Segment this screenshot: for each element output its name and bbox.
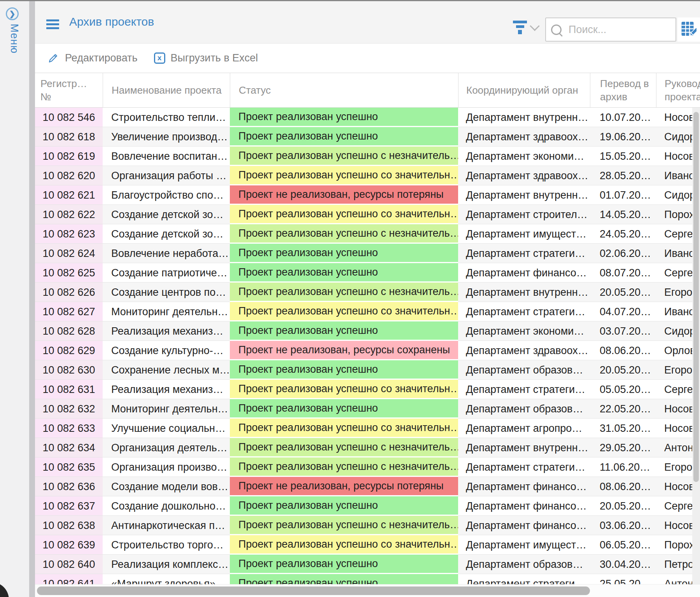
coordinating-body-cell: Департамент внутренн… [458, 185, 590, 205]
archive-date-cell: 20.05.20… [590, 283, 656, 302]
table-row[interactable]: 10 082 619 Вовлечение воспитан… Проект р… [35, 147, 700, 166]
excel-icon [154, 52, 165, 64]
coordinating-body-cell: Департамент образов… [458, 360, 590, 380]
archive-date-cell: 11.06.20… [590, 457, 656, 477]
coordinating-body-cell: Департамент стратеги… [458, 574, 590, 585]
project-name-cell: Сохранение лесных м… [103, 360, 230, 380]
table-row[interactable]: 10 082 628 Реализация механиз… Проект ре… [35, 321, 700, 341]
project-name-cell: Улучшение социальн… [103, 419, 230, 438]
column-header-coord[interactable]: Координирующий орган [458, 73, 590, 107]
project-name-cell: Вовлечение воспитан… [103, 147, 230, 166]
project-name-cell: Создание центров по… [103, 283, 230, 302]
filter-icon[interactable] [513, 21, 527, 34]
chevron-down-icon[interactable] [530, 21, 539, 31]
project-name-cell: Строительство торго… [103, 535, 230, 555]
table-row[interactable]: 10 082 639 Строительство торго… Проект р… [35, 535, 700, 555]
column-header-name[interactable]: Наименование проекта [103, 73, 230, 107]
hamburger-menu-icon[interactable] [46, 19, 59, 31]
reg-number-cell: 10 082 641 [35, 574, 103, 585]
vertical-scrollbar-thumb[interactable] [693, 112, 699, 482]
column-header-archive-date[interactable]: Перевод в архив [590, 73, 656, 107]
archive-date-cell: 20.05.20… [590, 496, 656, 516]
status-badge: Проект реализован успешно со значительн… [230, 535, 458, 553]
table-row[interactable]: 10 082 631 Реализация механиз… Проект ре… [35, 380, 700, 399]
table-row[interactable]: 10 082 626 Создание центров по… Проект р… [35, 283, 700, 302]
top-bar: Архив проектов [35, 1, 700, 44]
coordinating-body-cell: Департамент финансо… [458, 516, 590, 535]
export-excel-button[interactable]: Выгрузить в Excel [154, 52, 258, 64]
edit-button-label: Редактировать [65, 52, 138, 64]
left-rail: Меню [0, 1, 29, 597]
status-badge: Проект реализован успешно [230, 108, 458, 126]
table-row[interactable]: 10 082 641 «Маршрут здоровья» Проект реа… [35, 574, 700, 585]
archive-date-cell: 24.05.20… [590, 224, 656, 244]
column-header-leader[interactable]: Руководитель проекта [656, 73, 700, 107]
table-settings-button[interactable] [677, 17, 700, 42]
table-row[interactable]: 10 082 637 Создание дошкольно… Проект ре… [35, 496, 700, 516]
archive-date-cell: 22.05.20… [590, 399, 656, 419]
status-badge: Проект реализован успешно с незначитель… [230, 283, 458, 301]
table-row[interactable]: 10 082 636 Создание модели вов… Проект н… [35, 477, 700, 496]
status-badge: Проект не реализован, ресурсы сохранены [230, 341, 458, 359]
archive-date-cell: 08.06.20… [590, 477, 656, 496]
table-row[interactable]: 10 082 640 Реализация комплекс… Проект р… [35, 555, 700, 574]
status-badge: Проект реализован успешно с незначитель… [230, 516, 458, 534]
coordinating-body-cell: Департамент внутренн… [458, 283, 590, 302]
table-row[interactable]: 10 082 632 Мониторинг деятельн… Проект р… [35, 399, 700, 419]
sidebar-divider [29, 1, 35, 597]
status-badge: Проект реализован успешно [230, 555, 458, 573]
project-name-cell: Благоустройство спо… [103, 185, 230, 205]
archive-date-cell: 08.06.20… [590, 341, 656, 360]
table-row[interactable]: 10 082 627 Мониторинг деятельн… Проект р… [35, 302, 700, 321]
vertical-scrollbar-track[interactable] [692, 108, 700, 584]
archive-date-cell: 05.05.20… [590, 380, 656, 399]
table-edit-icon [681, 21, 696, 38]
project-name-cell: Создание модели вов… [103, 477, 230, 496]
status-badge: Проект реализован успешно со значительн… [230, 419, 458, 437]
status-badge: Проект реализован успешно [230, 496, 458, 515]
table-row[interactable]: 10 082 635 Организация произво… Проект р… [35, 457, 700, 477]
edit-button[interactable]: Редактировать [46, 52, 138, 65]
horizontal-scrollbar-thumb[interactable] [37, 587, 590, 595]
reg-number-cell: 10 082 546 [35, 108, 103, 127]
coordinating-body-cell: Департамент стратеги… [458, 302, 590, 321]
table-row[interactable]: 10 082 625 Создание патриотиче… Проект р… [35, 263, 700, 283]
expand-menu-icon[interactable] [6, 7, 19, 20]
column-header-status[interactable]: Статус [230, 73, 458, 107]
reg-number-cell: 10 082 621 [35, 185, 103, 205]
project-name-cell: Создание культурно-… [103, 341, 230, 360]
table-row[interactable]: 10 082 546 Строительство тепли… Проект р… [35, 108, 700, 127]
coordinating-body-cell: Департамент имущест… [458, 535, 590, 555]
search-input[interactable] [568, 23, 667, 36]
table-row[interactable]: 10 082 633 Улучшение социальн… Проект ре… [35, 419, 700, 438]
archive-date-cell: 19.06.20… [590, 127, 656, 147]
horizontal-scrollbar-track[interactable] [35, 584, 700, 597]
table-row[interactable]: 10 082 634 Организация деятель… Проект р… [35, 438, 700, 457]
project-name-cell: Организация произво… [103, 457, 230, 477]
reg-number-cell: 10 082 629 [35, 341, 103, 360]
table-row[interactable]: 10 082 623 Создание детской зо… Проект р… [35, 224, 700, 244]
menu-vertical-tab[interactable]: Меню [8, 24, 20, 54]
archive-date-cell: 31.05.20… [590, 419, 656, 438]
reg-number-cell: 10 082 633 [35, 419, 103, 438]
status-badge: Проект реализован успешно [230, 263, 458, 281]
table-row[interactable]: 10 082 630 Сохранение лесных м… Проект р… [35, 360, 700, 380]
status-badge: Проект реализован успешно со значительн… [230, 205, 458, 223]
project-name-cell: Мониторинг деятельн… [103, 399, 230, 419]
table-row[interactable]: 10 082 620 Организация работы … Проект р… [35, 166, 700, 185]
column-header-reg[interactable]: Регистр… № [35, 73, 103, 107]
archive-date-cell: 03.06.20… [590, 516, 656, 535]
table-row[interactable]: 10 082 629 Создание культурно-… Проект н… [35, 341, 700, 360]
reg-number-cell: 10 082 628 [35, 321, 103, 341]
archive-date-cell: 02.06.20… [590, 244, 656, 263]
archive-date-cell: 20.05.20… [590, 360, 656, 380]
table-row[interactable]: 10 082 622 Создание детской зо… Проект р… [35, 205, 700, 224]
table-row[interactable]: 10 082 618 Увеличение производ… Проект р… [35, 127, 700, 147]
table-row[interactable]: 10 082 638 Антинаркотическая п… Проект р… [35, 516, 700, 535]
coordinating-body-cell: Департамент образов… [458, 399, 590, 419]
coordinating-body-cell: Департамент финансо… [458, 496, 590, 516]
status-badge: Проект реализован успешно с незначитель… [230, 224, 458, 243]
table-row[interactable]: 10 082 624 Вовлечение неработа… Проект р… [35, 244, 700, 263]
archive-date-cell: 03.07.20… [590, 321, 656, 341]
table-row[interactable]: 10 082 621 Благоустройство спо… Проект н… [35, 185, 700, 205]
